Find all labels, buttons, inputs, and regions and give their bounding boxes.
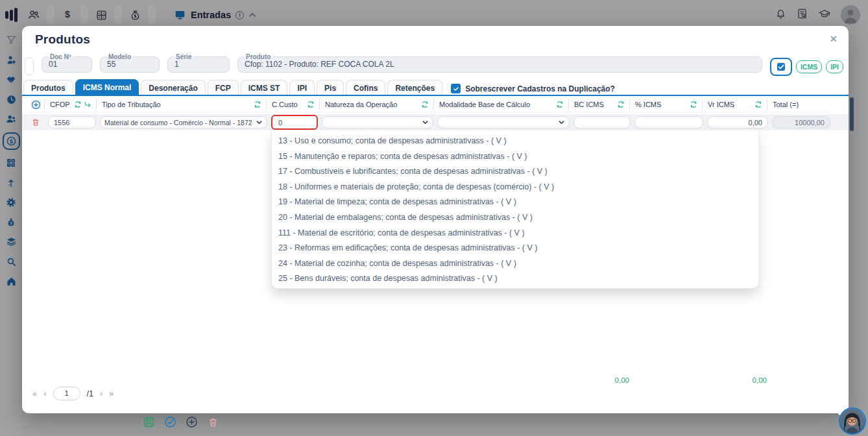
- produto-field[interactable]: Produto Cfop: 1102 - Produto: REF COCA C…: [237, 53, 762, 73]
- add-row-icon[interactable]: [31, 100, 41, 110]
- refresh-icon[interactable]: [754, 101, 762, 108]
- tab-pis[interactable]: Pis: [317, 80, 344, 96]
- document-header-form: Doc Nº 01 Modelo 55 Série 1 Produto Cfop…: [25, 53, 843, 76]
- tab-desoneracao[interactable]: Desoneração: [141, 80, 205, 96]
- dropdown-option[interactable]: 17 - Combustíveis e lubrificantes; conta…: [272, 164, 758, 180]
- refresh-icon[interactable]: [556, 101, 564, 108]
- dropdown-option[interactable]: 111 - Material de escritório; conta de d…: [272, 226, 758, 241]
- close-icon[interactable]: ×: [830, 32, 837, 46]
- serie-field[interactable]: Série 1: [167, 53, 230, 73]
- select-value: Material de consumo - Comércio - Normal …: [104, 119, 256, 127]
- screen: $ Entradas i: [0, 0, 868, 436]
- dropdown-option[interactable]: 25 - Bens duráveis; conta de despesas ad…: [272, 271, 758, 287]
- tab-icms-st[interactable]: ICMS ST: [241, 80, 288, 96]
- col-label: Modalidade Base de Cálculo: [439, 101, 530, 108]
- tab-cofins[interactable]: Cofins: [346, 80, 385, 96]
- overwrite-checkbox[interactable]: [451, 84, 461, 93]
- add-button[interactable]: [185, 415, 199, 429]
- pct-icms-input[interactable]: [634, 116, 703, 128]
- refresh-icon[interactable]: [690, 101, 697, 108]
- refresh-icon[interactable]: [74, 101, 82, 108]
- col-pct-icms: % ICMS: [629, 99, 702, 110]
- table-row: Material de consumo - Comércio - Normal …: [22, 114, 849, 130]
- prev-page-icon[interactable]: ‹: [43, 389, 46, 398]
- confirm-checkbox-button[interactable]: [770, 58, 792, 76]
- total-pages-label: /1: [87, 389, 93, 398]
- bc-icms-input[interactable]: [573, 116, 631, 128]
- apply-down-arrow-icon[interactable]: [84, 101, 91, 108]
- produtos-modal: Produtos × Doc Nº 01 Modelo 55 Série 1 P…: [22, 26, 849, 413]
- tipo-tributacao-select[interactable]: Material de consumo - Comércio - Normal …: [100, 116, 267, 128]
- dropdown-option[interactable]: 19 - Material de limpeza; conta de despe…: [272, 195, 758, 210]
- confirm-button[interactable]: [163, 415, 177, 429]
- natureza-operacao-select[interactable]: [322, 116, 433, 128]
- tab-produtos[interactable]: Produtos: [23, 80, 73, 96]
- col-label: Tipo de Tributação: [102, 101, 161, 108]
- table-header: CFOP Tipo de Tributação C.Custo Natureza…: [27, 97, 829, 112]
- overwrite-checkbox-label: Sobrescrever Cadastros na Duplicação?: [465, 84, 615, 93]
- chevron-down-icon: [422, 119, 429, 126]
- dropdown-option[interactable]: 18 - Uniformes e materiais de proteção; …: [272, 180, 758, 195]
- ccusto-dropdown: 13 - Uso e consumo; conta de despesas ad…: [271, 130, 759, 289]
- modal-title: Produtos: [35, 32, 90, 47]
- chevron-down-icon: [558, 119, 565, 126]
- col-tipo-tributacao: Tipo de Tributação: [96, 99, 266, 110]
- col-label: Total (=): [773, 101, 799, 108]
- tab-retencoes[interactable]: Retenções: [387, 80, 442, 96]
- bc-icms-total: 0,00: [577, 376, 629, 384]
- modalidade-bc-select[interactable]: [437, 116, 570, 128]
- field-value: 1: [173, 60, 224, 69]
- refresh-icon[interactable]: [254, 101, 261, 108]
- dropdown-option[interactable]: 13 - Uso e consumo; conta de despesas ad…: [272, 134, 758, 149]
- dropdown-option[interactable]: 15 - Manutenção e reparos; conta de desp…: [272, 149, 758, 165]
- collapse-handle[interactable]: [25, 57, 34, 75]
- save-button[interactable]: [142, 415, 156, 429]
- ccusto-highlighted-cell: [271, 115, 318, 130]
- col-modalidade-bc: Modalidade Base de Cálculo: [433, 99, 568, 110]
- col-cfop: CFOP: [44, 99, 96, 110]
- doc-number-field[interactable]: Doc Nº 01: [42, 53, 92, 73]
- refresh-icon[interactable]: [307, 101, 315, 108]
- col-label: Vr ICMS: [708, 101, 734, 108]
- ccusto-input[interactable]: [273, 117, 316, 128]
- col-label: BC ICMS: [574, 101, 604, 108]
- col-label: CFOP: [50, 101, 70, 108]
- last-page-icon[interactable]: »: [109, 389, 114, 398]
- col-label: C.Custo: [272, 101, 298, 108]
- add-row-cell: [27, 99, 44, 110]
- field-value: 01: [47, 60, 86, 69]
- col-label: Natureza da Operação: [325, 101, 397, 108]
- icms-button[interactable]: ICMS: [796, 60, 822, 74]
- col-label: % ICMS: [635, 101, 661, 108]
- vr-icms-input[interactable]: [707, 116, 768, 128]
- assistant-avatar[interactable]: [839, 407, 866, 435]
- delete-row-icon[interactable]: [27, 117, 44, 127]
- modelo-field[interactable]: Modelo 55: [100, 53, 160, 73]
- tab-icms-normal[interactable]: ICMS Normal: [75, 79, 139, 96]
- active-tab-underline: [22, 95, 849, 96]
- cfop-input[interactable]: [48, 116, 96, 128]
- footer-actions: [142, 415, 220, 429]
- dropdown-option[interactable]: 24 - Material de cozinha; conta de despe…: [272, 256, 758, 272]
- col-total: Total (=): [767, 99, 829, 110]
- first-page-icon[interactable]: «: [32, 389, 37, 398]
- page-input[interactable]: 1: [53, 387, 80, 400]
- tab-fcp[interactable]: FCP: [208, 80, 239, 96]
- dropdown-option[interactable]: 23 - Reformas em edificações; conta de d…: [272, 241, 758, 256]
- col-bc-icms: BC ICMS: [568, 99, 629, 110]
- ipi-button[interactable]: IPI: [826, 60, 843, 74]
- col-vr-icms: Vr ICMS: [702, 99, 767, 110]
- refresh-icon[interactable]: [421, 101, 429, 108]
- tab-ipi[interactable]: IPI: [289, 80, 315, 96]
- tax-tabs: Produtos ICMS Normal Desoneração FCP ICM…: [23, 79, 843, 96]
- total-input: [772, 116, 830, 128]
- next-page-icon[interactable]: ›: [100, 389, 102, 398]
- field-value: Cfop: 1102 - Produto: REF COCA COLA 2L: [243, 60, 756, 69]
- dropdown-option[interactable]: 20 - Material de embalagens; conta de de…: [272, 210, 758, 226]
- delete-button[interactable]: [206, 415, 220, 429]
- assistant-avatar-image: [839, 407, 866, 435]
- field-value: 55: [106, 60, 154, 69]
- refresh-icon[interactable]: [617, 101, 625, 108]
- vr-icms-total: 0,00: [715, 376, 767, 384]
- chevron-down-icon: [256, 119, 263, 126]
